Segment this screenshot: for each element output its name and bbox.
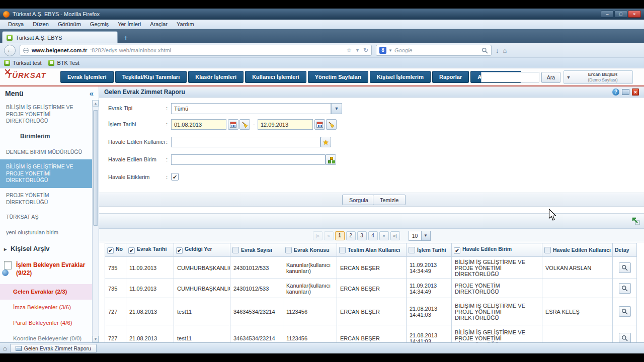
scroll-down-icon[interactable]: ▼ <box>93 336 99 342</box>
nav-tab[interactable]: Kişisel İşlemlerim <box>370 71 431 83</box>
sidebar-scrollbar[interactable]: ▲ ▼ <box>92 100 99 342</box>
nav-tab[interactable]: Teşkilat/Kişi Tanımları <box>115 71 187 83</box>
date-to-calendar-button[interactable] <box>314 119 325 130</box>
page-next-icon[interactable]: » <box>379 231 389 240</box>
page-size-dropdown-icon[interactable]: ▼ <box>422 231 431 241</box>
back-button[interactable]: ← <box>4 45 16 56</box>
column-header[interactable]: İşlem Tarihi <box>407 243 452 257</box>
scrollbar-thumb[interactable] <box>93 110 98 226</box>
column-checkbox[interactable]: ✔ <box>454 247 460 254</box>
minimize-button[interactable]: – <box>601 11 614 18</box>
date-to-input[interactable] <box>258 119 313 130</box>
taskbar-tab[interactable]: Gelen Evrak Zimmet Raporu <box>10 344 97 353</box>
date-from-input[interactable] <box>171 119 226 130</box>
bookmark-item[interactable]: BTK Test <box>48 60 79 66</box>
page-prev-icon[interactable]: « <box>324 231 334 240</box>
column-checkbox[interactable]: ✔ <box>107 247 114 254</box>
taskbar-home-icon[interactable]: ⌂ <box>3 345 7 351</box>
menu-item[interactable]: Geçmiş <box>86 21 113 28</box>
menu-item[interactable]: Düzen <box>29 21 53 28</box>
page-last-icon[interactable]: »| <box>390 231 400 240</box>
column-checkbox[interactable]: ✔ <box>128 247 135 254</box>
page-button[interactable]: 3 <box>357 231 367 240</box>
detail-button[interactable] <box>619 306 631 317</box>
app-search-input[interactable] <box>481 72 539 82</box>
close-button[interactable]: × <box>628 11 641 18</box>
nav-tab[interactable]: Kullanıcı İşlemleri <box>245 71 306 83</box>
column-header[interactable]: ✔Havale Edilen Birim <box>452 243 542 257</box>
column-header[interactable]: ✔Evrak Tarihi <box>126 243 174 257</box>
query-button[interactable]: Sorgula <box>342 195 375 205</box>
date-from-clear-button[interactable] <box>239 119 250 130</box>
column-checkbox[interactable] <box>232 247 239 253</box>
nav-tab[interactable]: Raporlar <box>432 71 469 83</box>
downloads-icon[interactable]: ↓ <box>496 47 499 54</box>
search-box[interactable]: 8 ▼ <box>376 45 492 56</box>
web-search-input[interactable] <box>394 47 479 53</box>
home-icon[interactable]: ⌂ <box>503 47 507 54</box>
column-header[interactable]: Teslim Alan Kullanıcı <box>337 243 407 257</box>
menu-item[interactable]: Yardım <box>173 21 198 28</box>
column-checkbox[interactable]: ✔ <box>176 247 183 254</box>
page-size-select[interactable]: 10 ▼ <box>409 231 431 241</box>
column-header[interactable]: ✔Geldiği Yer <box>174 243 230 257</box>
sidebar-item[interactable]: Paraf Bekleyenler (4/6) <box>0 315 92 331</box>
search-engine-caret-icon[interactable]: ▼ <box>388 48 392 53</box>
nav-tab[interactable]: Klasör İşlemleri <box>188 71 244 83</box>
menu-item[interactable]: Araçlar <box>146 21 172 28</box>
maximize-button[interactable]: □ <box>614 11 627 18</box>
user-menu[interactable]: ▼ Ercan BEŞER (Demo Sayfası) <box>564 70 633 84</box>
sidebar-item[interactable]: BİLİŞİM İŞ GELİŞTİRME VE PROJE YÖNETİMİ … <box>0 100 92 129</box>
page-button[interactable]: 1 <box>335 231 345 240</box>
url-field[interactable]: www.belgenet.com.tr:8282/edys-web/mainIn… <box>20 45 372 56</box>
havale-birim-input[interactable] <box>171 154 326 165</box>
sidebar-item[interactable]: ▸Kişisel Arşiv <box>0 240 92 258</box>
bookmark-item[interactable]: Türksat test <box>4 60 41 66</box>
column-checkbox[interactable] <box>409 247 415 253</box>
help-icon[interactable]: ? <box>612 88 619 96</box>
page-first-icon[interactable]: |« <box>313 231 323 240</box>
panel-close-icon[interactable]: × <box>632 88 639 96</box>
dropdown-icon[interactable]: ▼ <box>355 47 360 54</box>
clear-button[interactable]: Temizle <box>373 195 406 205</box>
sidebar-item[interactable]: TÜRKSAT AŞ <box>0 210 92 225</box>
detail-button[interactable] <box>619 283 631 294</box>
sidebar-collapse-icon[interactable]: « <box>90 89 94 98</box>
reload-icon[interactable]: ↻ <box>363 47 368 54</box>
havale-kullanici-pick-button[interactable]: ★ <box>320 137 331 147</box>
sidebar-item[interactable]: İşlem Bekleyen Evraklar (9/22) <box>0 258 92 284</box>
detail-button[interactable] <box>619 262 631 273</box>
column-header[interactable]: Detay <box>613 243 637 257</box>
menu-item[interactable]: Görünüm <box>54 21 85 28</box>
sidebar-item[interactable]: yeni oluşturulan birim <box>0 225 92 240</box>
nav-tab[interactable]: Yönetim Sayfaları <box>308 71 368 83</box>
page-button[interactable]: 2 <box>346 231 356 240</box>
column-header[interactable]: Evrak Konusu <box>283 243 337 257</box>
scroll-up-icon[interactable]: ▲ <box>93 100 99 107</box>
sidebar-item[interactable]: DENEME BİRİMİ MÜDÜRLÜĞÜ <box>0 145 92 160</box>
evrak-tipi-dropdown-icon[interactable]: ▼ <box>331 103 342 114</box>
sidebar-item[interactable]: PROJE YÖNETİM DİREKTÖRLÜĞÜ <box>0 188 92 210</box>
bookmark-star-icon[interactable]: ☆ <box>346 47 352 54</box>
detail-button[interactable] <box>619 333 631 342</box>
evrak-tipi-select[interactable]: Tümü <box>171 103 331 114</box>
date-from-calendar-button[interactable] <box>228 119 238 130</box>
column-header[interactable]: Havale Edilen Kullanıcı <box>542 243 613 257</box>
sidebar-item[interactable]: İmza Bekleyenler (3/6) <box>0 300 92 315</box>
sidebar-item[interactable]: BİLİŞİM İŞ GELİŞTİRME VE PROJE YÖNETİMİ … <box>0 159 92 188</box>
export-icon[interactable] <box>632 217 640 225</box>
sidebar-item[interactable]: Birimlerim <box>0 129 92 145</box>
sidebar-item[interactable]: Koordine Bekleyenler (0/0) <box>0 331 92 342</box>
menu-item[interactable]: Yer İmleri <box>114 21 145 28</box>
column-checkbox[interactable] <box>339 247 346 253</box>
sidebar-item[interactable]: Gelen Evraklar (2/3) <box>0 284 92 300</box>
new-tab-button[interactable]: + <box>120 33 132 43</box>
fullscreen-icon[interactable] <box>622 89 629 95</box>
column-checkbox[interactable] <box>544 247 551 253</box>
page-button[interactable]: 4 <box>368 231 378 240</box>
havale-ettiklerim-checkbox[interactable]: ✔ <box>171 173 179 180</box>
nav-tab[interactable]: Evrak İşlemleri <box>60 71 114 83</box>
column-header[interactable]: Evrak Sayısı <box>230 243 283 257</box>
browser-tab[interactable]: Türksat A.Ş. EBYS <box>2 31 118 43</box>
column-checkbox[interactable] <box>285 247 292 253</box>
